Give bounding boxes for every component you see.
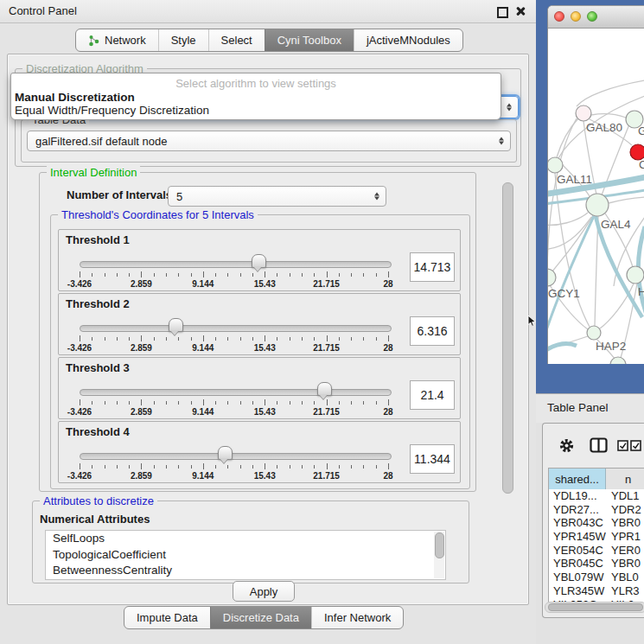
network-node-label: G — [638, 124, 644, 137]
threshold-1-slider-track[interactable] — [80, 261, 392, 268]
network-node-GAL11[interactable] — [548, 157, 563, 173]
mouse-cursor — [527, 315, 537, 331]
slider-scale-label: 15.43 — [254, 471, 276, 481]
close-icon[interactable] — [515, 6, 526, 16]
threshold-1-slider-handle[interactable] — [252, 254, 266, 268]
threshold-3-slider-track[interactable] — [80, 389, 392, 396]
network-node-GAL4[interactable] — [586, 194, 609, 216]
apply-button[interactable]: Apply — [233, 581, 295, 602]
threshold-4-slider-track[interactable] — [80, 453, 392, 460]
tab-cyni-toolbox[interactable]: Cyni Toolbox — [265, 29, 354, 51]
panel-scrollbar[interactable] — [501, 170, 513, 583]
slider-tick — [141, 463, 142, 469]
table-row[interactable]: YER054CYER0 — [549, 544, 644, 558]
slider-tick — [191, 465, 192, 469]
network-node-HAP2[interactable] — [587, 326, 601, 340]
network-node-label: GAL4 — [601, 218, 631, 231]
slider-tick — [105, 401, 105, 405]
slider-tick — [178, 401, 179, 405]
network-node-H[interactable] — [627, 266, 644, 284]
network-node-GAL80[interactable] — [576, 105, 591, 121]
column-header[interactable]: shared... — [549, 469, 606, 489]
tab-style[interactable]: Style — [158, 29, 208, 51]
zoom-traffic-light[interactable] — [587, 11, 597, 22]
table-row[interactable]: YBR043CYBR0 — [549, 516, 644, 530]
scrollbar-thumb[interactable] — [502, 182, 513, 494]
tab-network[interactable]: Network — [76, 29, 158, 51]
network-window[interactable]: GAL80GCGAL11GAL4GCY1HHAP2 — [547, 5, 644, 364]
gear-icon[interactable] — [558, 437, 575, 454]
number-of-intervals-combobox[interactable]: 5 — [168, 186, 386, 207]
tab-infer-network[interactable]: Infer Network — [311, 607, 403, 628]
threshold-3-slider-handle[interactable] — [317, 382, 332, 396]
threshold-2-slider-track[interactable] — [80, 325, 392, 332]
table-row[interactable]: YDL19...YDL1 — [549, 489, 644, 503]
slider-tick — [215, 337, 216, 341]
network-node[interactable] — [610, 357, 626, 364]
table-cell: YBL0 — [606, 571, 644, 584]
network-edge — [548, 213, 588, 225]
tab-impute-data[interactable]: Impute Data — [124, 607, 210, 628]
tab-select[interactable]: Select — [208, 29, 265, 51]
threshold-2-slider-handle[interactable] — [169, 318, 183, 332]
combo-arrows-icon — [374, 193, 379, 201]
network-node-label: GAL11 — [557, 173, 592, 186]
network-edge — [595, 216, 598, 326]
slider-tick — [178, 337, 179, 341]
algorithm-option[interactable]: Equal Width/Frequency Discretization — [15, 104, 209, 117]
network-canvas[interactable]: GAL80GCGAL11GAL4GCY1HHAP2 — [548, 28, 644, 364]
threshold-4-slider-handle[interactable] — [218, 446, 233, 460]
slider-tick — [166, 337, 167, 341]
table-row[interactable]: YBR045CYBR0 — [549, 557, 644, 571]
network-node-GCY1[interactable] — [548, 269, 556, 286]
attributes-to-discretize-group: Attributes to discretize Numerical Attri… — [32, 501, 469, 583]
slider-tick — [141, 271, 142, 277]
network-window-titlebar[interactable] — [548, 6, 644, 29]
node-attribute-table[interactable]: shared...nYDL19...YDL1YDR27...YDR2YBR043… — [548, 468, 644, 603]
scrollbar-thumb[interactable] — [548, 603, 643, 611]
attribute-item[interactable]: BetweennessCentrality — [46, 563, 445, 579]
table-horizontal-scrollbar[interactable] — [545, 602, 644, 613]
threshold-label: Threshold 3 — [66, 361, 130, 374]
threshold-1-value-field[interactable]: 14.713 — [410, 252, 455, 282]
slider-tick — [240, 465, 241, 469]
attribute-item[interactable]: TopologicalCoefficient — [46, 547, 445, 564]
tab-discretize-data[interactable]: Discretize Data — [210, 607, 311, 628]
checkbox-icon[interactable] — [617, 440, 628, 451]
algorithm-option[interactable]: Manual Discretization — [15, 91, 135, 104]
close-traffic-light[interactable] — [554, 11, 564, 22]
scrollbar-thumb[interactable] — [435, 532, 444, 558]
table-row[interactable]: YBL079WYBL0 — [549, 571, 644, 584]
threshold-4-value-field[interactable]: 11.344 — [410, 444, 455, 474]
thresholds-group: Threshold's Coordinates for 5 Intervals … — [50, 214, 470, 489]
column-header[interactable]: n — [606, 469, 644, 489]
threshold-1-panel: Threshold 1-3.4262.8599.14415.4321.71528… — [58, 229, 461, 291]
network-edge — [548, 343, 577, 356]
threshold-2-value-field[interactable]: 6.316 — [410, 316, 455, 346]
table-row[interactable]: YLR345WYLR3 — [549, 584, 644, 598]
attribute-item[interactable]: SelfLoops — [46, 531, 445, 547]
table-cell: YBR0 — [606, 557, 644, 571]
table-row[interactable]: YDR27...YDR2 — [549, 503, 644, 517]
combo-arrows-icon — [499, 137, 504, 145]
table-data-combobox[interactable]: galFiltered.sif default node — [27, 131, 511, 151]
threshold-3-value-field[interactable]: 21.4 — [410, 380, 455, 410]
checkbox-icon[interactable] — [630, 440, 641, 451]
float-window-icon[interactable] — [497, 7, 508, 18]
split-columns-icon[interactable] — [590, 437, 608, 453]
slider-tick — [302, 273, 303, 277]
slider-scale-label: 9.144 — [192, 279, 214, 289]
slider-tick — [314, 401, 315, 405]
threshold-list: Threshold 1-3.4262.8599.14415.4321.71528… — [51, 229, 469, 485]
slider-tick — [227, 337, 228, 341]
numerical-attributes-list[interactable]: SelfLoopsTopologicalCoefficientBetweenne… — [45, 530, 446, 580]
table-panel-body: shared...nYDL19...YDL1YDR27...YDR2YBR043… — [542, 423, 644, 618]
slider-tick — [105, 273, 105, 277]
network-edge — [591, 114, 626, 118]
minimize-traffic-light[interactable] — [571, 11, 581, 22]
slider-tick — [290, 337, 290, 341]
table-row[interactable]: YPR145WYPR1 — [549, 530, 644, 544]
slider-tick — [203, 399, 204, 405]
tab-jactivemnodules[interactable]: jActiveMNodules — [354, 29, 462, 51]
attributes-scrollbar[interactable] — [434, 532, 444, 578]
